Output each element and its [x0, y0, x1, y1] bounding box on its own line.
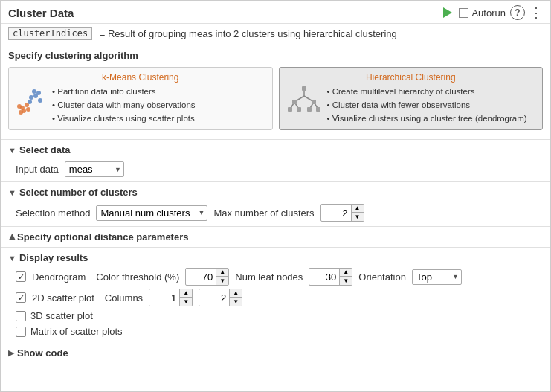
- kmeans-points: Partition data into clusters Cluster dat…: [52, 86, 196, 125]
- max-clusters-input[interactable]: [321, 206, 351, 220]
- col1-spinner: ▲ ▼: [149, 289, 193, 306]
- num-leaf-up[interactable]: ▲: [340, 269, 352, 277]
- max-clusters-label: Max number of clusters: [213, 208, 314, 219]
- col1-down[interactable]: ▼: [180, 298, 192, 306]
- kmeans-title: k-Means Clustering: [15, 72, 266, 83]
- max-clusters-spinner: ▲ ▼: [320, 204, 364, 222]
- autorun-checkbox[interactable]: [459, 8, 468, 18]
- columns-label: Columns: [105, 292, 143, 303]
- kmeans-point-1: Partition data into clusters: [52, 86, 196, 99]
- svg-rect-20: [292, 100, 297, 104]
- kmeans-body: Partition data into clusters Cluster dat…: [15, 86, 266, 125]
- matrix-label: Matrix of scatter plots: [30, 326, 123, 337]
- input-data-row: Input data meas: [1, 158, 550, 180]
- dendrogram-controls: Color threshold (%) ▲ ▼ Num leaf nodes ▲…: [96, 268, 462, 286]
- algorithm-cards: k-Means Clustering: [8, 67, 543, 130]
- color-threshold-label: Color threshold (%): [96, 271, 179, 283]
- scatter3d-checkbox[interactable]: [16, 311, 26, 321]
- num-leaf-input[interactable]: [309, 270, 339, 284]
- clustering-section-title: Specify clustering algorithm: [8, 50, 543, 61]
- svg-point-8: [38, 98, 42, 103]
- orientation-label: Orientation: [358, 271, 406, 283]
- hierarchical-icon: [286, 86, 323, 118]
- num-clusters-arrow: ▼: [8, 188, 16, 197]
- page-title: Cluster Data: [8, 7, 74, 19]
- col1-up[interactable]: ▲: [180, 289, 192, 298]
- col2-input[interactable]: [199, 291, 229, 305]
- method-label: Selection method: [16, 208, 90, 219]
- run-button[interactable]: [441, 6, 454, 19]
- color-threshold-up[interactable]: ▲: [216, 269, 228, 277]
- result-badge: clusterIndices: [8, 27, 92, 40]
- select-data-arrow: ▼: [8, 146, 16, 155]
- distance-params-title: Specify optional distance parameters: [17, 231, 188, 242]
- num-leaf-down[interactable]: ▼: [340, 277, 352, 285]
- play-icon: [443, 7, 452, 18]
- num-leaf-spinner-btns: ▲ ▼: [339, 269, 352, 285]
- col2-spinner: ▲ ▼: [199, 289, 242, 306]
- scatter3d-row: 3D scatter plot: [1, 308, 550, 324]
- hierarchical-point-2: Cluster data with fewer observations: [327, 99, 527, 112]
- hierarchical-card[interactable]: Hierarchical Clustering: [279, 67, 544, 130]
- input-data-label: Input data: [16, 164, 59, 175]
- scatter2d-label: 2D scatter plot: [32, 292, 94, 303]
- help-button[interactable]: ?: [510, 5, 525, 20]
- svg-rect-22: [288, 107, 292, 112]
- select-data-title: Select data: [19, 144, 71, 155]
- hierarchical-point-1: Create multilevel hierarchy of clusters: [327, 86, 527, 99]
- matrix-row: Matrix of scatter plots: [1, 324, 550, 339]
- scatter2d-row: 2D scatter plot Columns ▲ ▼ ▲ ▼: [1, 287, 550, 308]
- display-results-title: Display results: [19, 252, 88, 263]
- select-data-header[interactable]: ▼ Select data: [1, 141, 550, 158]
- result-text: Result of grouping meas into 2 clusters …: [108, 28, 397, 39]
- result-line: clusterIndices = Result of grouping meas…: [1, 24, 550, 45]
- num-clusters-row: Selection method Manual num clusters Aut…: [1, 201, 550, 225]
- show-code-label: Show code: [17, 347, 68, 359]
- show-code-arrow: ▶: [8, 348, 14, 358]
- hierarchical-point-3: Visualize clusters using a cluster tree …: [327, 112, 527, 126]
- max-clusters-down[interactable]: ▼: [352, 213, 364, 221]
- main-container: Cluster Data Autorun ? ⋮ clusterIndices …: [0, 0, 551, 392]
- orientation-select[interactable]: Top Left Right Bottom: [412, 269, 462, 285]
- method-select-wrapper: Manual num clusters Auto: [96, 205, 207, 221]
- svg-point-7: [36, 91, 41, 95]
- svg-rect-24: [307, 107, 312, 112]
- kmeans-card[interactable]: k-Means Clustering: [8, 67, 273, 130]
- max-clusters-up[interactable]: ▲: [352, 205, 364, 213]
- autorun-label: Autorun: [471, 7, 506, 19]
- result-equals: =: [97, 28, 108, 39]
- svg-point-4: [28, 100, 32, 104]
- svg-point-10: [26, 107, 30, 112]
- distance-params-header[interactable]: ▶ Specify optional distance parameters: [1, 228, 550, 245]
- svg-rect-25: [316, 107, 320, 112]
- header-controls: Autorun ? ⋮: [441, 5, 543, 20]
- color-threshold-down[interactable]: ▼: [216, 277, 228, 285]
- scatter2d-controls: Columns ▲ ▼ ▲ ▼: [105, 289, 242, 306]
- svg-point-3: [19, 110, 23, 115]
- num-clusters-header[interactable]: ▼ Select number of clusters: [1, 184, 550, 201]
- method-select[interactable]: Manual num clusters Auto: [96, 205, 207, 221]
- svg-point-9: [32, 89, 36, 94]
- dendrogram-label: Dendrogram: [32, 271, 86, 283]
- hierarchical-points: Create multilevel hierarchy of clusters …: [327, 86, 527, 125]
- kmeans-point-2: Cluster data with many observations: [52, 99, 196, 112]
- show-code-row[interactable]: ▶ Show code: [1, 343, 550, 363]
- color-threshold-spinner-btns: ▲ ▼: [216, 269, 228, 285]
- num-clusters-title: Select number of clusters: [19, 187, 138, 198]
- scatter2d-checkbox[interactable]: [16, 292, 26, 303]
- display-results-header[interactable]: ▼ Display results: [1, 249, 550, 266]
- more-button[interactable]: ⋮: [529, 6, 543, 19]
- svg-rect-21: [312, 100, 316, 104]
- header: Cluster Data Autorun ? ⋮: [1, 1, 550, 24]
- svg-rect-23: [297, 107, 301, 112]
- col1-input[interactable]: [149, 291, 179, 305]
- col2-up[interactable]: ▲: [230, 289, 242, 298]
- dendrogram-row: Dendrogram Color threshold (%) ▲ ▼ Num l…: [1, 266, 550, 287]
- orientation-select-wrapper: Top Left Right Bottom: [412, 269, 462, 285]
- scatter3d-label: 3D scatter plot: [30, 310, 93, 321]
- dendrogram-checkbox[interactable]: [16, 271, 26, 282]
- col2-down[interactable]: ▼: [230, 298, 242, 306]
- matrix-checkbox[interactable]: [16, 327, 26, 337]
- input-data-select[interactable]: meas: [65, 161, 124, 177]
- color-threshold-input[interactable]: [186, 270, 216, 284]
